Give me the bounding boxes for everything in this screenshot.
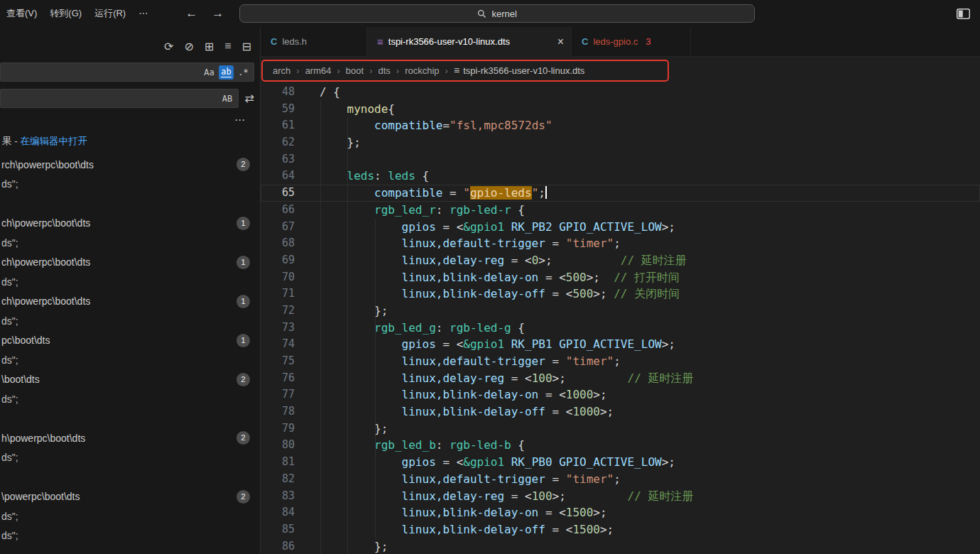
search-result-match-row[interactable] bbox=[0, 409, 260, 429]
code-text: gpios = <&gpio1 RK_PB2 GPIO_ACTIVE_LOW>; bbox=[320, 219, 980, 236]
code-line[interactable]: 85 linux,blink-delay-off = <1500>; bbox=[261, 521, 980, 538]
code-line[interactable]: 80 rgb_led_b: rgb-led-b { bbox=[261, 437, 980, 454]
search-result-match-row[interactable] bbox=[0, 194, 260, 214]
replace-all-icon[interactable]: ⇄ bbox=[245, 92, 254, 105]
tab-bar: C leds.h ≡ tspi-rk3566-user-v10-linux.dt… bbox=[261, 27, 980, 57]
open-in-editor-link[interactable]: 在编辑器中打开 bbox=[21, 136, 88, 146]
code-line[interactable]: 68 linux,default-trigger = "timer"; bbox=[261, 235, 980, 252]
code-text: }; bbox=[320, 303, 980, 320]
command-center[interactable]: kernel bbox=[239, 4, 755, 23]
result-text: ds"; bbox=[1, 178, 250, 190]
code-line[interactable]: 84 linux,blink-delay-on = <1500>; bbox=[261, 504, 980, 521]
code-line[interactable]: 81 gpios = <&gpio1 RK_PB0 GPIO_ACTIVE_LO… bbox=[261, 454, 980, 471]
code-line[interactable]: 65 compatible = "gpio-leds"; bbox=[261, 185, 980, 202]
result-text: ch\powerpc\boot\dts bbox=[1, 295, 236, 307]
search-result-file-row[interactable]: ch\powerpc\boot\dts1 bbox=[0, 292, 260, 312]
search-result-match-row[interactable]: ds"; bbox=[0, 389, 260, 409]
code-line[interactable]: 83 linux,delay-reg = <100>; // 延时注册 bbox=[261, 488, 980, 505]
regex-toggle[interactable]: .* bbox=[236, 65, 251, 80]
line-number: 64 bbox=[261, 168, 320, 185]
menu-item-view[interactable]: 查看(V) bbox=[0, 4, 43, 23]
menu-item-goto[interactable]: 转到(G) bbox=[43, 4, 88, 23]
chevron-right-icon: › bbox=[445, 65, 448, 76]
search-details-toggle[interactable]: ⋯ bbox=[0, 108, 260, 126]
search-result-match-row[interactable]: ds"; bbox=[0, 526, 260, 546]
tab-tspi-dts[interactable]: ≡ tspi-rk3566-user-v10-linux.dts × bbox=[367, 27, 572, 56]
results-summary-text: 果 - bbox=[2, 136, 21, 146]
search-result-file-row[interactable]: pc\boot\dts1 bbox=[0, 331, 260, 351]
forward-button[interactable]: → bbox=[212, 6, 224, 21]
code-line[interactable]: 63 bbox=[261, 151, 980, 168]
code-line[interactable]: 78 linux,blink-delay-off = <1000>; bbox=[261, 403, 980, 420]
breadcrumb-item[interactable]: dts bbox=[379, 65, 391, 76]
code-line[interactable]: 76 linux,delay-reg = <100>; // 延时注册 bbox=[261, 370, 980, 387]
code-line[interactable]: 67 gpios = <&gpio1 RK_PB2 GPIO_ACTIVE_LO… bbox=[261, 219, 980, 236]
code-line[interactable]: 70 linux,blink-delay-on = <500>; // 打开时间 bbox=[261, 269, 980, 286]
breadcrumb-file[interactable]: ≡ tspi-rk3566-user-v10-linux.dts bbox=[454, 65, 584, 76]
code-line[interactable]: 62 }; bbox=[261, 134, 980, 151]
result-text: ds"; bbox=[1, 452, 250, 463]
code-line[interactable]: 77 linux,blink-delay-on = <1000>; bbox=[261, 386, 980, 403]
tab-label: leds-gpio.c bbox=[593, 36, 638, 47]
sidebar-toggle-button[interactable] bbox=[957, 9, 970, 19]
line-number: 71 bbox=[261, 286, 320, 303]
search-result-file-row[interactable]: ch\powerpc\boot\dts1 bbox=[0, 253, 260, 273]
match-case-toggle[interactable]: Aa bbox=[202, 65, 217, 80]
code-line[interactable]: 74 gpios = <&gpio1 RK_PB1 GPIO_ACTIVE_LO… bbox=[261, 336, 980, 353]
search-result-match-row[interactable]: ds"; bbox=[0, 311, 260, 331]
code-line[interactable]: 73 rgb_led_g: rgb-led-g { bbox=[261, 320, 980, 337]
close-icon[interactable]: × bbox=[557, 36, 564, 48]
breadcrumb-item[interactable]: rockchip bbox=[405, 65, 439, 76]
search-result-match-row[interactable]: ds"; bbox=[0, 506, 260, 526]
code-line[interactable]: 48/ { bbox=[261, 84, 980, 101]
code-line[interactable]: 82 linux,default-trigger = "timer"; bbox=[261, 471, 980, 488]
breadcrumb-bar: arch › arm64 › boot › dts › rockchip › ≡… bbox=[261, 57, 980, 84]
code-line[interactable]: 72 }; bbox=[261, 303, 980, 320]
clear-search-results-icon[interactable]: ⊘ bbox=[184, 40, 193, 53]
back-button[interactable]: ← bbox=[185, 6, 197, 21]
code-line[interactable]: 61 compatible="fsl,mpc8572ds" bbox=[261, 117, 980, 134]
view-as-tree-icon[interactable]: ≡ bbox=[224, 40, 231, 53]
search-result-match-row[interactable]: ds"; bbox=[0, 272, 260, 292]
menu-item-run[interactable]: 运行(R) bbox=[88, 4, 132, 23]
search-result-match-row[interactable]: ds"; bbox=[0, 350, 260, 370]
search-result-match-row[interactable]: ds"; bbox=[0, 175, 260, 195]
breadcrumb-item[interactable]: arm64 bbox=[305, 65, 332, 76]
menu-overflow-button[interactable]: ⋯ bbox=[132, 4, 154, 23]
code-text: linux,blink-delay-on = <1000>; bbox=[320, 386, 980, 403]
code-line[interactable]: 79 }; bbox=[261, 420, 980, 438]
code-line[interactable]: 66 rgb_led_r: rgb-led-r { bbox=[261, 202, 980, 219]
search-result-file-row[interactable]: \boot\dts2 bbox=[0, 370, 260, 390]
code-line[interactable]: 59 mynode{ bbox=[261, 101, 980, 118]
search-result-file-row[interactable]: h\powerpc\boot\dts2 bbox=[0, 428, 260, 448]
replace-input[interactable]: AB bbox=[0, 89, 239, 108]
tab-leds-h[interactable]: C leds.h bbox=[261, 27, 367, 56]
preserve-case-toggle[interactable]: AB bbox=[220, 92, 235, 106]
code-line[interactable]: 64 leds: leds { bbox=[261, 168, 980, 185]
code-text: }; bbox=[320, 538, 980, 554]
code-text: leds: leds { bbox=[320, 168, 980, 185]
line-number: 68 bbox=[261, 235, 320, 252]
collapse-all-icon[interactable]: ⊟ bbox=[242, 40, 251, 53]
refresh-icon[interactable]: ⟳ bbox=[164, 40, 173, 53]
search-input[interactable]: Aa ab .* bbox=[0, 63, 254, 82]
search-result-file-row[interactable]: ch\powerpc\boot\dts1 bbox=[0, 214, 260, 234]
search-result-file-row[interactable]: \powerpc\boot\dts2 bbox=[0, 487, 260, 507]
result-text: ch\powerpc\boot\dts bbox=[1, 217, 236, 229]
tab-leds-gpio-c[interactable]: C leds-gpio.c 3 bbox=[572, 27, 691, 56]
search-result-match-row[interactable]: ds"; bbox=[0, 448, 260, 468]
breadcrumb-item[interactable]: boot bbox=[346, 65, 364, 76]
result-text: \powerpc\boot\dts bbox=[1, 491, 236, 502]
code-line[interactable]: 69 linux,delay-reg = <0>; // 延时注册 bbox=[261, 252, 980, 269]
search-result-file-row[interactable]: rch\powerpc\boot\dts2 bbox=[0, 155, 260, 175]
code-line[interactable]: 71 linux,blink-delay-off = <500>; // 关闭时… bbox=[261, 286, 980, 303]
new-search-editor-icon[interactable]: ⊞ bbox=[205, 40, 214, 53]
code-line[interactable]: 86 }; bbox=[261, 538, 980, 554]
search-result-match-row[interactable]: ds"; bbox=[0, 233, 260, 253]
search-result-match-row[interactable] bbox=[0, 467, 260, 487]
breadcrumb-item[interactable]: arch bbox=[273, 65, 290, 76]
match-count-badge: 1 bbox=[236, 334, 250, 347]
code-lines[interactable]: 48/ {59 mynode{61 compatible="fsl,mpc857… bbox=[261, 84, 980, 554]
code-line[interactable]: 75 linux,default-trigger = "timer"; bbox=[261, 353, 980, 370]
whole-word-toggle[interactable]: ab bbox=[219, 65, 234, 80]
